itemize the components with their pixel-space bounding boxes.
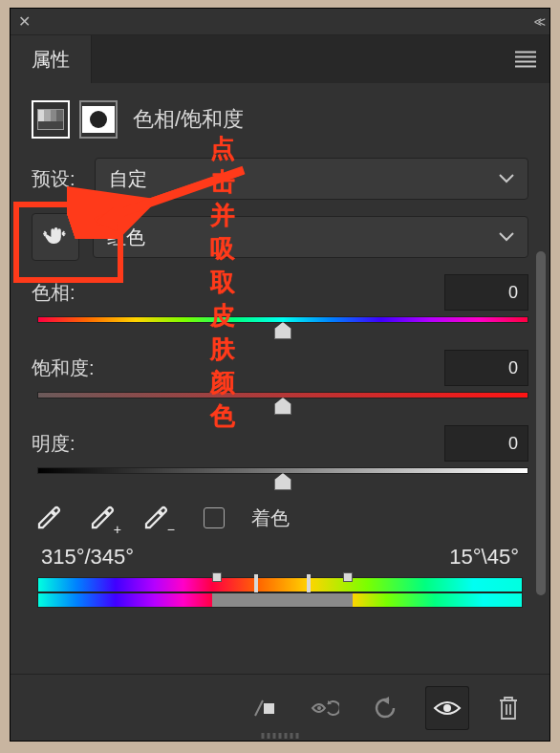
preset-select[interactable]: 自定 bbox=[95, 158, 528, 200]
resize-grip[interactable] bbox=[262, 733, 299, 739]
delete-button[interactable] bbox=[486, 686, 530, 730]
hue-range-readout: 315°/345° 15°\45° bbox=[32, 545, 528, 570]
mask-icon bbox=[82, 106, 115, 133]
plus-icon: + bbox=[114, 522, 121, 537]
panel-footer bbox=[11, 674, 549, 741]
saturation-label: 饱和度: bbox=[32, 355, 95, 381]
range-marker[interactable] bbox=[343, 572, 353, 582]
slider-thumb[interactable] bbox=[274, 473, 291, 490]
colorize-label: 着色 bbox=[251, 506, 290, 531]
spectrum-bottom bbox=[37, 592, 523, 608]
targeted-adjustment-button[interactable] bbox=[32, 213, 79, 261]
range-right: 15°\45° bbox=[449, 545, 519, 570]
panel-menu-icon[interactable] bbox=[515, 52, 536, 68]
view-previous-button[interactable] bbox=[303, 686, 347, 730]
panel-title: 色相/饱和度 bbox=[133, 105, 244, 134]
layer-mask-icon[interactable] bbox=[79, 100, 118, 139]
channel-select[interactable]: 红色 bbox=[93, 216, 528, 258]
hue-input[interactable] bbox=[444, 274, 528, 311]
eyedropper-subtract-button[interactable]: − bbox=[139, 501, 173, 535]
eyedropper-row: + − 着色 bbox=[32, 501, 528, 535]
lightness-row: 明度: bbox=[32, 425, 528, 462]
preset-label: 预设: bbox=[32, 166, 85, 192]
preset-value: 自定 bbox=[109, 166, 147, 192]
reset-button[interactable] bbox=[364, 686, 408, 730]
eyedropper-button[interactable] bbox=[32, 501, 66, 535]
range-left: 315°/345° bbox=[41, 545, 134, 570]
eye-icon bbox=[433, 699, 462, 718]
clip-to-layer-button[interactable] bbox=[242, 686, 286, 730]
hue-slider[interactable] bbox=[37, 316, 528, 323]
svg-point-2 bbox=[443, 704, 451, 712]
channel-value: 红色 bbox=[107, 225, 145, 250]
colorize-checkbox[interactable] bbox=[204, 507, 225, 528]
tab-label: 属性 bbox=[32, 47, 70, 73]
chevron-down-icon bbox=[499, 174, 514, 183]
toggle-visibility-button[interactable] bbox=[425, 686, 469, 730]
collapse-icon[interactable]: << bbox=[534, 14, 542, 30]
minus-icon: − bbox=[167, 522, 175, 537]
hue-label: 色相: bbox=[32, 280, 75, 306]
close-icon[interactable]: ✕ bbox=[18, 12, 31, 31]
panel-titlebar: ✕ << bbox=[11, 9, 549, 35]
eyedropper-add-button[interactable]: + bbox=[85, 501, 119, 535]
adjustment-header: 色相/饱和度 bbox=[32, 100, 528, 139]
lightness-slider[interactable] bbox=[37, 467, 528, 474]
lightness-label: 明度: bbox=[32, 431, 75, 457]
chevron-down-icon bbox=[499, 232, 514, 242]
adjustment-type-icon[interactable] bbox=[32, 100, 70, 139]
svg-point-1 bbox=[317, 706, 321, 710]
hue-sat-icon bbox=[37, 109, 64, 130]
slider-thumb[interactable] bbox=[274, 322, 291, 339]
svg-rect-0 bbox=[264, 703, 274, 714]
range-marker[interactable] bbox=[212, 572, 222, 582]
tab-bar: 属性 bbox=[11, 35, 549, 83]
properties-panel: ✕ << 属性 色相/饱和度 预设: 自定 bbox=[10, 8, 550, 742]
lightness-input[interactable] bbox=[444, 425, 528, 462]
slider-thumb[interactable] bbox=[274, 398, 291, 415]
saturation-slider[interactable] bbox=[37, 392, 528, 398]
tab-properties[interactable]: 属性 bbox=[11, 35, 92, 83]
hue-row: 色相: bbox=[32, 274, 528, 311]
spectrum-top bbox=[37, 577, 523, 592]
hand-icon bbox=[42, 224, 69, 250]
trash-icon bbox=[498, 696, 519, 721]
panel-content: 色相/饱和度 预设: 自定 红色 bbox=[11, 83, 549, 676]
hue-range-spectrum[interactable] bbox=[32, 577, 528, 608]
channel-row: 红色 bbox=[32, 213, 528, 261]
saturation-input[interactable] bbox=[444, 350, 528, 386]
saturation-row: 饱和度: bbox=[32, 350, 528, 386]
preset-row: 预设: 自定 bbox=[32, 158, 528, 200]
scrollbar-thumb[interactable] bbox=[536, 251, 546, 595]
